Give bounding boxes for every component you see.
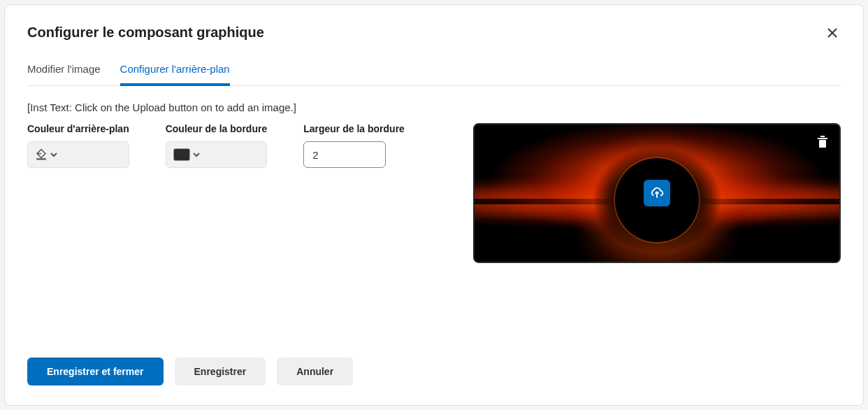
chevron-down-icon xyxy=(193,151,200,158)
instruction-text: [Inst Text: Click on the Upload button o… xyxy=(27,101,841,113)
close-icon xyxy=(827,27,838,38)
fill-bucket-icon xyxy=(35,148,48,161)
upload-button[interactable] xyxy=(644,180,670,206)
image-preview-panel xyxy=(473,123,841,344)
border-width-input[interactable] xyxy=(303,141,386,168)
save-close-button[interactable]: Enregistrer et fermer xyxy=(27,358,164,386)
border-color-picker[interactable] xyxy=(166,141,267,168)
svg-rect-4 xyxy=(818,138,827,139)
trash-icon xyxy=(817,136,828,148)
svg-rect-2 xyxy=(36,158,46,160)
cloud-upload-icon xyxy=(650,186,664,200)
bg-color-picker[interactable] xyxy=(27,141,129,168)
svg-rect-5 xyxy=(819,140,826,148)
color-swatch-dark xyxy=(173,148,190,161)
cancel-button[interactable]: Annuler xyxy=(277,358,353,386)
field-border-color: Couleur de la bordure xyxy=(166,123,267,168)
field-border-width: Largeur de la bordure xyxy=(303,123,405,168)
border-color-label: Couleur de la bordure xyxy=(166,123,267,134)
image-preview xyxy=(473,123,841,263)
modal-title: Configurer le composant graphique xyxy=(27,24,264,41)
modal-footer: Enregistrer et fermer Enregistrer Annule… xyxy=(27,344,841,386)
modal-header: Configurer le composant graphique xyxy=(27,24,841,43)
save-button[interactable]: Enregistrer xyxy=(175,358,266,386)
tab-edit-image[interactable]: Modifier l'image xyxy=(27,63,101,86)
svg-rect-6 xyxy=(820,136,825,137)
content-row: Couleur d'arrière-plan Couleur de la bor… xyxy=(27,123,841,344)
bg-color-label: Couleur d'arrière-plan xyxy=(27,123,129,134)
field-bg-color: Couleur d'arrière-plan xyxy=(27,123,129,168)
form-controls: Couleur d'arrière-plan Couleur de la bor… xyxy=(27,123,445,344)
tab-configure-background[interactable]: Configurer l'arrière-plan xyxy=(120,63,230,86)
tab-bar: Modifier l'image Configurer l'arrière-pl… xyxy=(27,63,841,86)
delete-image-button[interactable] xyxy=(814,133,831,153)
configure-graphic-modal: Configurer le composant graphique Modifi… xyxy=(4,4,864,406)
close-button[interactable] xyxy=(824,24,841,43)
chevron-down-icon xyxy=(50,151,57,158)
border-width-label: Largeur de la bordure xyxy=(303,123,405,134)
